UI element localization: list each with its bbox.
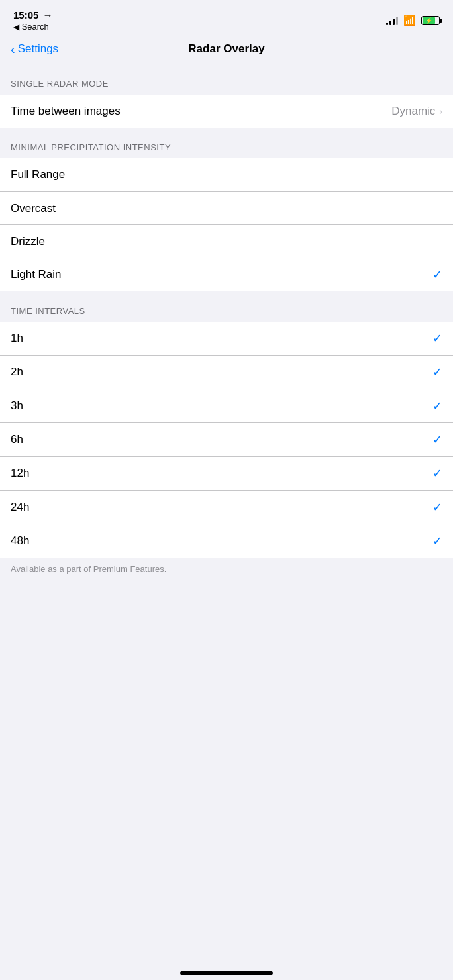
list-item-right-48h: ✓ [432, 534, 442, 548]
location-icon: → [42, 9, 52, 21]
section-header-label-single-radar-mode: SINGLE RADAR MODE [11, 79, 109, 89]
checkmark-icon-light-rain: ✓ [432, 268, 442, 282]
list-item-drizzle[interactable]: Drizzle [0, 224, 453, 258]
page-title: Radar Overlay [188, 42, 264, 56]
list-item-right-2h: ✓ [432, 365, 442, 379]
list-item-label-3h: 3h [11, 399, 23, 413]
list-item-right-1h: ✓ [432, 331, 442, 346]
list-group-single-radar-mode: Time between imagesDynamic› [0, 95, 453, 128]
section-header-label-minimal-precipitation-intensity: MINIMAL PRECIPITATION INTENSITY [11, 142, 171, 152]
list-item-label-2h: 2h [11, 366, 23, 379]
list-item-label-24h: 24h [11, 501, 29, 514]
list-item-24h[interactable]: 24h✓ [0, 490, 453, 524]
list-item-overcast[interactable]: Overcast [0, 191, 453, 224]
search-back-label[interactable]: ◀ Search [13, 22, 52, 32]
status-time-location: 15:05 → [13, 9, 52, 21]
list-item-2h[interactable]: 2h✓ [0, 355, 453, 389]
list-item-label-time-between-images: Time between images [11, 105, 121, 118]
checkmark-icon-48h: ✓ [432, 534, 442, 548]
chevron-right-icon-time-between-images: › [439, 106, 442, 117]
list-item-time-between-images[interactable]: Time between imagesDynamic› [0, 95, 453, 128]
list-item-right-3h: ✓ [432, 399, 442, 413]
checkmark-icon-12h: ✓ [432, 466, 442, 481]
nav-bar: ‹ Settings Radar Overlay [0, 37, 453, 64]
list-item-right-6h: ✓ [432, 432, 442, 447]
section-header-time-intervals: TIME INTERVALS [0, 291, 453, 322]
list-item-right-12h: ✓ [432, 466, 442, 481]
list-item-label-full-range: Full Range [11, 168, 65, 181]
checkmark-icon-3h: ✓ [432, 399, 442, 413]
list-item-right-24h: ✓ [432, 500, 442, 514]
sections-container: SINGLE RADAR MODETime between imagesDyna… [0, 64, 453, 587]
list-item-label-1h: 1h [11, 332, 23, 345]
home-indicator [180, 971, 273, 975]
checkmark-icon-1h: ✓ [432, 331, 442, 346]
list-item-12h[interactable]: 12h✓ [0, 456, 453, 490]
back-chevron-icon: ‹ [11, 42, 15, 57]
list-item-label-overcast: Overcast [11, 202, 56, 215]
wifi-icon: 📶 [403, 15, 416, 26]
list-item-label-drizzle: Drizzle [11, 235, 45, 248]
back-button[interactable]: ‹ Settings [11, 42, 58, 57]
back-label: Settings [18, 42, 58, 56]
list-item-full-range[interactable]: Full Range [0, 158, 453, 191]
section-footer-time-intervals: Available as a part of Premium Features. [0, 558, 453, 587]
section-header-label-time-intervals: TIME INTERVALS [11, 306, 85, 316]
list-item-label-light-rain: Light Rain [11, 268, 62, 281]
list-item-label-12h: 12h [11, 467, 29, 480]
checkmark-icon-2h: ✓ [432, 365, 442, 379]
checkmark-icon-24h: ✓ [432, 500, 442, 514]
status-bar: 15:05 → ◀ Search 📶 ⚡ [0, 0, 453, 37]
list-item-value-text-time-between-images: Dynamic [391, 105, 435, 118]
signal-bars-icon [386, 16, 398, 25]
list-item-right-light-rain: ✓ [432, 268, 442, 282]
list-group-minimal-precipitation-intensity: Full RangeOvercastDrizzleLight Rain✓ [0, 158, 453, 291]
list-item-6h[interactable]: 6h✓ [0, 422, 453, 456]
list-item-3h[interactable]: 3h✓ [0, 389, 453, 422]
list-item-right-time-between-images: Dynamic› [391, 105, 442, 118]
list-item-48h[interactable]: 48h✓ [0, 524, 453, 558]
battery-icon: ⚡ [421, 16, 440, 25]
time-label: 15:05 [13, 9, 38, 21]
list-item-1h[interactable]: 1h✓ [0, 322, 453, 355]
status-indicators: 📶 ⚡ [386, 15, 440, 26]
list-item-light-rain[interactable]: Light Rain✓ [0, 258, 453, 291]
checkmark-icon-6h: ✓ [432, 432, 442, 447]
section-header-single-radar-mode: SINGLE RADAR MODE [0, 64, 453, 95]
list-item-label-6h: 6h [11, 433, 23, 446]
section-header-minimal-precipitation-intensity: MINIMAL PRECIPITATION INTENSITY [0, 128, 453, 158]
list-item-label-48h: 48h [11, 534, 29, 548]
list-group-time-intervals: 1h✓2h✓3h✓6h✓12h✓24h✓48h✓ [0, 322, 453, 558]
